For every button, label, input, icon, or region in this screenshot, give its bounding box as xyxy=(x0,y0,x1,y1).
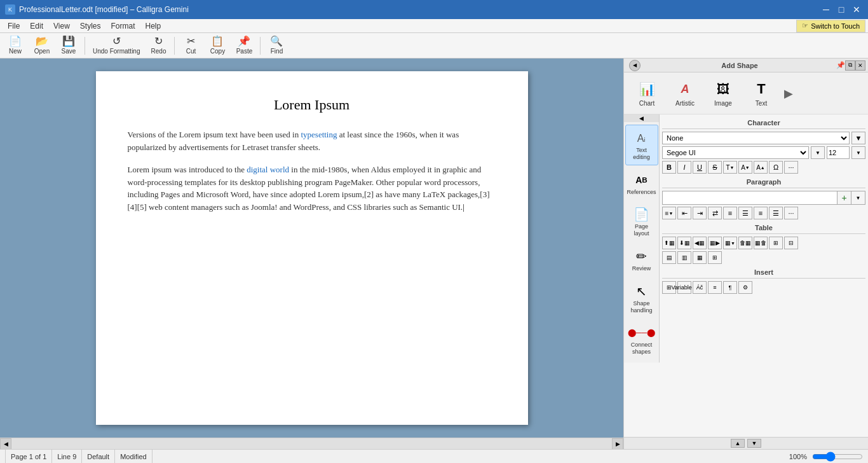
menu-edit[interactable]: Edit xyxy=(25,19,48,33)
page-layout-icon: 📄 xyxy=(634,205,649,223)
table-merge[interactable]: ⊞ xyxy=(769,237,783,249)
more-format-btn[interactable]: ··· xyxy=(784,161,798,174)
table-insert-row-above[interactable]: ⬆▦ xyxy=(662,237,676,249)
table-section: Table ⬆▦ ⬇▦ ◀▦ ▦▶ ▦▼ 🗑▦ ▦🗑 ⊞ ⊟ ▤ xyxy=(662,222,865,264)
strikethrough-button[interactable]: S xyxy=(708,161,722,174)
tab-stop-input[interactable] xyxy=(663,193,837,203)
text-color-btn[interactable]: T▼ xyxy=(723,161,737,174)
sidebar-item-review[interactable]: ✏ Review xyxy=(625,243,658,277)
style-select[interactable]: None xyxy=(662,132,850,144)
document-bottom-bar: ◀ ▶ xyxy=(0,438,623,449)
menu-file[interactable]: File xyxy=(3,19,25,33)
open-button[interactable]: 📂 Open xyxy=(29,35,55,57)
zoom-slider[interactable] xyxy=(812,452,863,462)
panel-close-button[interactable]: ✕ xyxy=(855,60,865,71)
table-insert-row-below[interactable]: ⬇▦ xyxy=(677,237,691,249)
separator-3 xyxy=(260,37,261,55)
undo-button[interactable]: ↺ Undo Formatting xyxy=(88,35,144,57)
add-tab-stop-btn[interactable]: + xyxy=(837,191,851,204)
shape-more-button[interactable]: ▶ xyxy=(784,86,793,100)
align-right-btn[interactable]: ≡ xyxy=(754,207,768,219)
panel-top-collapse[interactable]: ◀ xyxy=(624,114,660,122)
more-para-btn[interactable]: ··· xyxy=(784,207,798,219)
bold-button[interactable]: B xyxy=(662,161,676,174)
maximize-button[interactable]: □ xyxy=(835,3,848,16)
table-insert-col-right[interactable]: ▦▶ xyxy=(708,237,722,249)
style-dropdown-btn[interactable]: ▼ xyxy=(851,132,865,144)
pin-icon[interactable]: 📌 xyxy=(836,61,845,69)
menu-view[interactable]: View xyxy=(48,19,75,33)
font-size-input[interactable] xyxy=(827,146,850,159)
underline-button[interactable]: U xyxy=(693,161,707,174)
sidebar-item-connect-shapes[interactable]: ⬤──⬤ Connect shapes xyxy=(625,319,658,360)
find-icon: 🔍 xyxy=(270,36,283,46)
font-dropdown-btn[interactable]: ▼ xyxy=(811,146,825,159)
insert-variable-btn[interactable]: Variable▼ xyxy=(677,281,691,294)
close-button[interactable]: ✕ xyxy=(850,3,863,16)
scroll-right-arrow[interactable]: ▶ xyxy=(612,438,623,450)
table-del-col[interactable]: ▦🗑 xyxy=(754,237,768,249)
table-props[interactable]: ⊞ xyxy=(708,251,722,264)
indent-dec-btn[interactable]: ⇤ xyxy=(677,207,691,219)
insert-special-char-btn[interactable]: Áč xyxy=(693,281,707,294)
copy-icon: 📋 xyxy=(211,36,224,46)
touch-icon: ☞ xyxy=(802,22,808,30)
highlight-btn[interactable]: A▼ xyxy=(738,161,752,174)
tab-stop-menu-btn[interactable]: ▼ xyxy=(851,191,865,204)
references-icon: AB xyxy=(635,171,648,189)
new-button[interactable]: 📄 New xyxy=(3,35,28,57)
sidebar-item-text-editing[interactable]: Aᵢ Text editing xyxy=(625,125,658,165)
special-char-btn[interactable]: Ω xyxy=(769,161,783,174)
insert-frame-btn[interactable]: ≡ xyxy=(708,281,722,294)
copy-button[interactable]: 📋 Copy xyxy=(205,35,230,57)
insert-footnote-btn[interactable]: ¶ xyxy=(723,281,737,294)
table-row-props[interactable]: ▤ xyxy=(662,251,676,264)
right-panel: ◀ Add Shape 📌 ⧉ ✕ 📊 Chart A Artistic 🖼 I… xyxy=(623,59,868,449)
document-body[interactable]: Versions of the Lorem ipsum text have be… xyxy=(128,128,496,213)
panel-scroll-up[interactable]: ▲ xyxy=(731,439,745,448)
table-col-props[interactable]: ▥ xyxy=(677,251,691,264)
panel-scroll-down[interactable]: ▼ xyxy=(747,439,761,448)
panel-collapse-button[interactable]: ◀ xyxy=(629,60,641,71)
menu-styles[interactable]: Styles xyxy=(75,19,106,33)
shape-artistic[interactable]: A Artistic xyxy=(667,76,703,110)
font-size-dropdown-btn[interactable]: ▼ xyxy=(851,146,865,159)
font-select[interactable]: Segoe UI xyxy=(662,146,809,159)
table-insert-col-left[interactable]: ◀▦ xyxy=(693,237,707,249)
review-label: Review xyxy=(632,265,651,272)
sidebar-item-references[interactable]: AB References xyxy=(625,167,658,200)
paste-button[interactable]: 📌 Paste xyxy=(231,35,257,57)
superscript-btn[interactable]: A▲ xyxy=(754,161,768,174)
list-btn[interactable]: ≡▼ xyxy=(662,207,676,219)
sidebar-item-page-layout[interactable]: 📄 Page layout xyxy=(625,201,658,242)
tab-stop-row: + ▼ xyxy=(662,191,865,205)
scroll-left-arrow[interactable]: ◀ xyxy=(0,438,11,450)
shape-image[interactable]: 🖼 Image xyxy=(705,76,741,110)
shape-text[interactable]: T Text xyxy=(743,76,779,110)
table-cell-props[interactable]: ▦ xyxy=(693,251,707,264)
minimize-button[interactable]: ─ xyxy=(820,3,832,16)
bidi-btn[interactable]: ⇄ xyxy=(708,207,722,219)
table-del-row[interactable]: 🗑▦ xyxy=(738,237,752,249)
redo-button[interactable]: ↻ Redo xyxy=(146,35,171,57)
align-justify-btn[interactable]: ☰ xyxy=(769,207,783,219)
sidebar-item-shape-handling[interactable]: ↖ Shape handling xyxy=(625,278,658,319)
save-button[interactable]: 💾 Save xyxy=(56,35,81,57)
align-left-btn[interactable]: ≡ xyxy=(723,207,737,219)
italic-button[interactable]: I xyxy=(677,161,691,174)
table-border-btn[interactable]: ▦▼ xyxy=(723,237,737,249)
switch-to-touch-button[interactable]: ☞ Switch to Touch xyxy=(796,20,865,32)
text-editing-label: Text editing xyxy=(628,147,655,161)
indent-inc-btn[interactable]: ⇥ xyxy=(693,207,707,219)
panel-detach-button[interactable]: ⧉ xyxy=(845,60,855,71)
cut-button[interactable]: ✂ Cut xyxy=(178,35,203,57)
insert-annotation-btn[interactable]: ⚙ xyxy=(738,281,752,294)
find-button[interactable]: 🔍 Find xyxy=(264,35,289,57)
document-scroll-area[interactable]: Lorem Ipsum Versions of the Lorem ipsum … xyxy=(0,59,623,438)
menu-format[interactable]: Format xyxy=(106,19,140,33)
shape-chart[interactable]: 📊 Chart xyxy=(629,76,665,110)
menu-help[interactable]: Help xyxy=(140,19,166,33)
table-split[interactable]: ⊟ xyxy=(784,237,798,249)
text-editing-icon: Aᵢ xyxy=(637,129,646,147)
align-center-btn[interactable]: ☰ xyxy=(738,207,752,219)
